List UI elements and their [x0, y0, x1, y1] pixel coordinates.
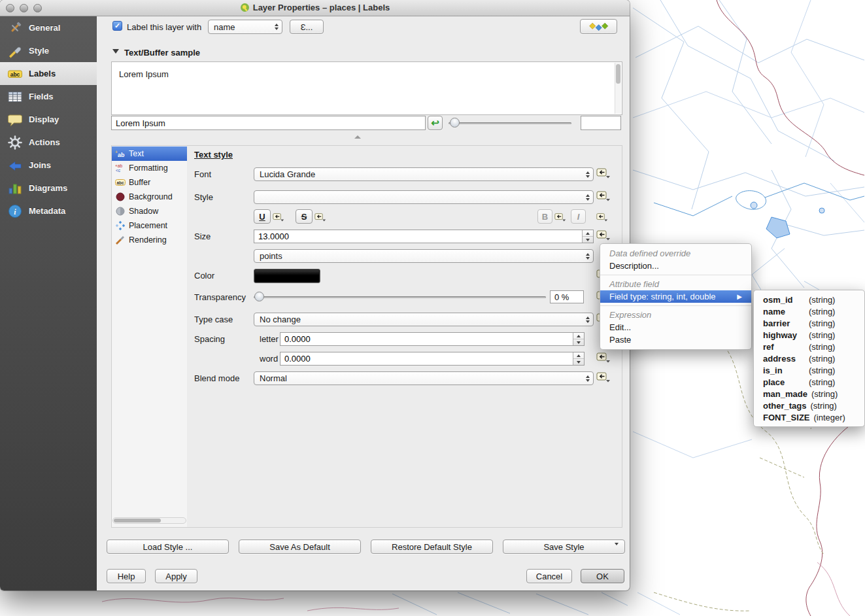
list-horizontal-scrollbar[interactable] — [112, 517, 186, 524]
word-spacing-spinbox[interactable] — [280, 352, 585, 366]
field-type: (string) — [809, 295, 835, 305]
splitter-collapse-handle[interactable] — [354, 135, 361, 139]
word-spacing-input[interactable] — [280, 352, 573, 365]
bold-data-defined-button[interactable] — [554, 212, 566, 224]
apply-button[interactable]: Apply — [155, 569, 197, 583]
label-layer-checkbox[interactable]: ✓ — [112, 21, 122, 31]
word-spacing-data-defined-button[interactable] — [596, 351, 611, 365]
help-button[interactable]: Help — [107, 569, 146, 583]
tab-rendering[interactable]: Rendering — [112, 233, 187, 247]
sidebar-item-joins[interactable]: Joins — [0, 154, 97, 177]
sidebar-item-diagrams[interactable]: Diagrams — [0, 177, 97, 199]
menu-item-field-type[interactable]: Field type: string, int, double ▶ — [600, 290, 751, 303]
sidebar-item-metadata[interactable]: i Metadata — [0, 199, 97, 222]
submenu-field-ref[interactable]: ref(string) — [754, 341, 864, 352]
italic-data-defined-button[interactable] — [596, 212, 608, 224]
reset-sample-button[interactable]: ↩ — [428, 116, 443, 130]
sidebar-item-label: Fields — [29, 92, 54, 101]
slider-thumb[interactable] — [450, 118, 460, 128]
sample-text-input[interactable] — [111, 116, 426, 130]
tab-shadow[interactable]: Shadow — [112, 204, 187, 218]
background-tab-icon — [115, 192, 126, 202]
letter-spacing-spinbox[interactable] — [280, 332, 585, 346]
save-as-default-button[interactable]: Save As Default — [239, 539, 361, 554]
blend-mode-combobox[interactable]: Normal — [254, 371, 594, 385]
submenu-field-highway[interactable]: highway(string) — [754, 329, 864, 341]
strikeout-data-defined-button[interactable] — [314, 212, 326, 224]
sample-section-disclosure-triangle[interactable] — [112, 49, 119, 54]
tab-label: Formatting — [129, 163, 168, 173]
letter-spacing-stepper[interactable] — [573, 333, 584, 345]
tab-label: Placement — [129, 221, 167, 230]
field-type: (integer) — [814, 413, 845, 422]
submenu-field-place[interactable]: place(string) — [754, 376, 864, 388]
transparency-value-field[interactable]: 0 % — [550, 290, 584, 303]
submenu-field-other_tags[interactable]: other_tags(string) — [754, 400, 864, 411]
tab-text[interactable]: +ab Text — [112, 146, 187, 161]
submenu-field-barrier[interactable]: barrier(string) — [754, 317, 864, 329]
font-combobox[interactable]: Lucida Grande — [254, 167, 594, 181]
window-titlebar[interactable]: Layer Properties – places | Labels — [0, 0, 630, 16]
sample-size-slider[interactable] — [449, 118, 571, 128]
submenu-field-name[interactable]: name(string) — [754, 305, 864, 317]
label-field-combobox[interactable]: name — [208, 20, 282, 34]
cancel-button[interactable]: Cancel — [526, 569, 572, 583]
submenu-field-man_made[interactable]: man_made(string) — [754, 388, 864, 400]
tab-background[interactable]: Background — [112, 190, 187, 204]
letter-spacing-input[interactable] — [280, 333, 573, 345]
sidebar-item-general[interactable]: General — [0, 16, 97, 39]
sidebar-item-actions[interactable]: Actions — [0, 131, 97, 154]
font-size-spinbox[interactable] — [254, 230, 594, 243]
underline-button[interactable]: U — [254, 209, 271, 224]
italic-label: I — [577, 212, 580, 222]
submenu-field-address[interactable]: address(string) — [754, 352, 864, 364]
type-case-value: No change — [260, 315, 301, 324]
tab-placement[interactable]: Placement — [112, 218, 187, 233]
expression-builder-button[interactable]: Ɛ... — [290, 20, 324, 34]
font-style-combobox[interactable] — [254, 190, 594, 204]
sidebar-item-fields[interactable]: Fields — [0, 85, 97, 108]
submenu-field-osm_id[interactable]: osm_id(string) — [754, 294, 864, 305]
underline-data-defined-button[interactable] — [273, 212, 284, 224]
sample-size-field[interactable] — [581, 116, 621, 130]
blend-mode-data-defined-button[interactable] — [596, 371, 611, 385]
sidebar-item-label: Style — [29, 46, 49, 56]
color-label: Color — [194, 271, 214, 281]
tab-buffer[interactable]: abc Buffer — [112, 175, 187, 190]
restore-default-style-button[interactable]: Restore Default Style — [371, 539, 493, 554]
font-color-button[interactable] — [254, 269, 320, 283]
combobox-arrows-icon — [586, 171, 590, 178]
submenu-field-FONT_SIZE[interactable]: FONT_SIZE(integer) — [754, 411, 864, 423]
scrollbar-thumb[interactable] — [114, 519, 161, 522]
sidebar-item-labels[interactable]: abc Labels — [0, 62, 97, 85]
size-units-combobox[interactable]: points — [254, 249, 594, 263]
size-data-defined-button[interactable] — [596, 229, 611, 243]
ok-button[interactable]: OK — [581, 569, 624, 583]
italic-button[interactable]: I — [571, 209, 586, 224]
automated-placement-button[interactable] — [580, 19, 617, 34]
sidebar-item-style[interactable]: Style — [0, 39, 97, 62]
menu-item-paste[interactable]: Paste — [600, 334, 751, 346]
save-style-menu-button[interactable]: Save Style — [503, 539, 625, 554]
type-case-combobox[interactable]: No change — [254, 313, 594, 326]
tab-label: Background — [129, 192, 173, 201]
label-preview-box: Lorem Ipsum — [111, 61, 622, 115]
font-size-stepper[interactable] — [582, 230, 593, 243]
bold-button[interactable]: B — [537, 209, 552, 224]
scrollbar-thumb[interactable] — [616, 64, 620, 84]
transparency-slider[interactable] — [254, 292, 546, 301]
strikeout-button[interactable]: S — [296, 209, 313, 224]
font-size-input[interactable] — [254, 230, 582, 243]
style-data-defined-button[interactable] — [596, 190, 611, 203]
word-spacing-stepper[interactable] — [573, 352, 584, 365]
font-data-defined-button[interactable] — [596, 167, 611, 180]
load-style-button[interactable]: Load Style ... — [107, 539, 229, 554]
menu-item-description[interactable]: Description... — [600, 260, 751, 272]
preview-vertical-scrollbar[interactable] — [615, 63, 621, 114]
submenu-field-is_in[interactable]: is_in(string) — [754, 364, 864, 376]
slider-thumb[interactable] — [254, 292, 264, 301]
menu-item-edit[interactable]: Edit... — [600, 321, 751, 334]
tab-formatting[interactable]: +ab<c Formatting — [112, 161, 187, 175]
sidebar-item-display[interactable]: Display — [0, 108, 97, 131]
menu-item-field-type-label: Field type: string, int, double — [609, 292, 716, 301]
